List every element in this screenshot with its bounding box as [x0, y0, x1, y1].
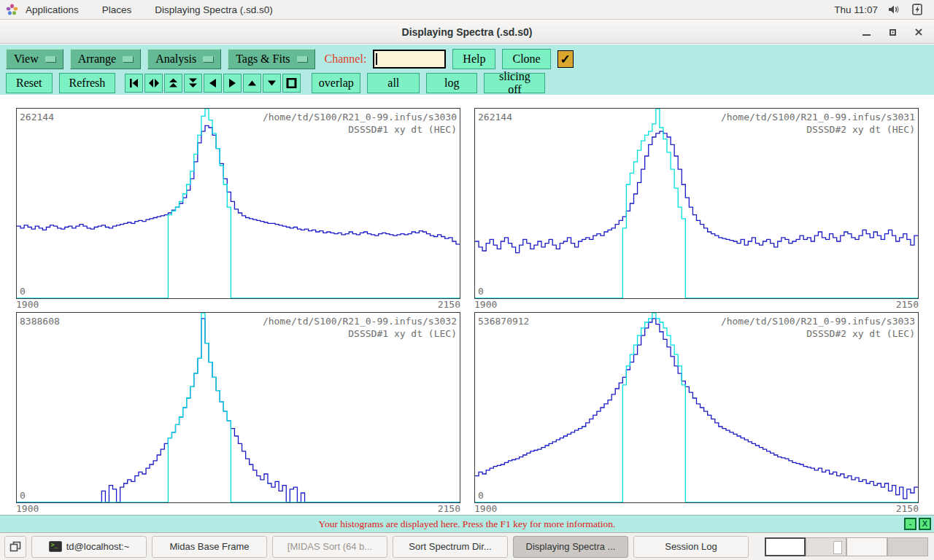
close-icon [914, 28, 923, 36]
text-caret [376, 53, 377, 65]
left-triangle-icon [208, 78, 217, 88]
scale-up-fast-button[interactable] [164, 74, 182, 93]
plot-detector-label: DSSSD#2 xy dt (LEC) [721, 327, 915, 340]
plot-detector-label: DSSSD#2 xy dt (HEC) [721, 123, 915, 136]
desktop-top-panel: Applications Places Displaying Spectra (… [0, 0, 934, 20]
taskbar-item-midas-sort[interactable]: [MIDAS Sort (64 b... [272, 536, 387, 558]
scale-up-button[interactable] [243, 74, 261, 93]
right-triangle-icon [228, 78, 237, 88]
plot-ymax-label: 262144 [478, 111, 512, 123]
expand-horizontal-button[interactable] [144, 74, 163, 93]
all-button[interactable]: all [367, 73, 420, 93]
full-view-button[interactable] [282, 74, 301, 93]
workspace-1[interactable] [765, 537, 806, 556]
plot-ymin-label: 0 [478, 489, 484, 502]
reset-button[interactable]: Reset [6, 73, 53, 93]
spectrum-plot-s3030[interactable]: 262144 /home/td/S100/R21_0-99.infus/s303… [16, 108, 460, 299]
histogram-display-area: 262144 /home/td/S100/R21_0-99.infus/s303… [0, 95, 934, 515]
spectrum-plot-s3033[interactable]: 536870912 /home/td/S100/R21_0-99.infus/s… [474, 312, 919, 503]
x-axis-labels: 1900 2150 [474, 503, 919, 516]
taskbar-item-terminal[interactable]: >_ td@localhost:~ [31, 536, 147, 558]
x-min-label: 1900 [474, 299, 497, 311]
scroll-right-button[interactable] [223, 74, 242, 93]
applications-menu-icon [6, 4, 18, 16]
overlap-button[interactable]: overlap [312, 73, 360, 93]
messagebar-minimize-button[interactable]: - [904, 518, 916, 530]
plot-title: /home/td/S100/R21_0-99.infus/s3033 DSSSD… [721, 315, 915, 340]
jump-to-start-button[interactable] [125, 74, 143, 93]
battery-icon[interactable] [911, 4, 924, 15]
arrange-menu-button[interactable]: Arrange [70, 49, 141, 69]
scale-down-fast-button[interactable] [184, 74, 202, 93]
x-max-label: 2150 [896, 503, 919, 516]
taskbar-item-label: Midas Base Frame [169, 541, 249, 552]
slicing-button[interactable]: slicing off [484, 73, 545, 93]
channel-checkbox[interactable]: ✓ [557, 50, 574, 68]
taskbar-item-sort-spectrum[interactable]: Sort Spectrum Dir... [393, 536, 508, 558]
log-button[interactable]: log [426, 73, 477, 93]
plot-ymin-label: 0 [478, 285, 484, 298]
plot-source-path: /home/td/S100/R21_0-99.infus/s3033 [721, 315, 915, 327]
taskbar: >_ td@localhost:~ Midas Base Frame [MIDA… [0, 532, 934, 560]
close-button[interactable] [911, 24, 927, 40]
tags-fits-menu-button[interactable]: Tags & Fits [228, 49, 314, 69]
help-button[interactable]: Help [452, 49, 495, 69]
plot-detector-label: DSSSD#1 xy dt (LEC) [263, 327, 457, 340]
channel-label: Channel: [325, 52, 367, 66]
channel-input[interactable] [373, 50, 446, 69]
workspace-3[interactable] [846, 537, 887, 556]
maximize-icon [889, 29, 896, 36]
taskbar-item-displaying-spectra[interactable]: Displaying Spectra ... [513, 536, 628, 558]
spectrum-plot-s3031[interactable]: 262144 /home/td/S100/R21_0-99.infus/s303… [474, 108, 919, 299]
scroll-left-button[interactable] [204, 74, 222, 93]
taskbar-item-midas-base-frame[interactable]: Midas Base Frame [152, 536, 267, 558]
windows-icon [9, 541, 21, 552]
active-app-menu[interactable]: Displaying Spectra (.sd.s0) [146, 0, 281, 20]
x-axis-labels: 1900 2150 [474, 299, 919, 311]
show-desktop-button[interactable] [4, 536, 26, 558]
double-up-triangles-icon [168, 78, 179, 88]
maximize-button[interactable] [884, 24, 900, 40]
workspace-2[interactable] [806, 537, 846, 556]
down-triangle-icon [266, 79, 277, 88]
workspace-switcher [765, 537, 928, 556]
messagebar-close-button[interactable]: X [919, 518, 931, 530]
bar-left-triangle-icon [128, 78, 139, 88]
spectrum-plot-s3032[interactable]: 8388608 /home/td/S100/R21_0-99.infus/s30… [16, 312, 460, 503]
places-menu[interactable]: Places [93, 0, 141, 20]
scale-down-button[interactable] [263, 74, 281, 93]
minimize-button[interactable] [858, 24, 874, 40]
x-min-label: 1900 [16, 503, 39, 516]
analysis-menu-label: Analysis [155, 52, 196, 66]
window-title: Displaying Spectra (.sd.s0) [402, 26, 533, 38]
plot-title: /home/td/S100/R21_0-99.infus/s3031 DSSSD… [721, 111, 915, 136]
x-min-label: 1900 [16, 299, 39, 311]
tags-fits-menu-label: Tags & Fits [236, 52, 290, 66]
menu-indicator-icon [203, 56, 213, 62]
analysis-menu-button[interactable]: Analysis [147, 49, 221, 69]
clock[interactable]: Thu 11:07 [834, 4, 878, 15]
volume-icon[interactable] [888, 4, 901, 15]
refresh-button[interactable]: Refresh [59, 73, 116, 93]
minimize-icon [862, 34, 871, 36]
status-message: Your histograms are displayed here. Pres… [319, 518, 616, 530]
taskbar-item-label: td@localhost:~ [66, 541, 130, 552]
spectrum-curve-s3031 [475, 109, 918, 298]
menu-indicator-icon [123, 56, 133, 62]
view-menu-button[interactable]: View [6, 49, 63, 69]
workspace-4[interactable] [887, 537, 928, 556]
taskbar-item-session-log[interactable]: Session Log [633, 536, 749, 558]
plot-ymax-label: 8388608 [20, 315, 60, 327]
plot-ymax-label: 262144 [20, 111, 54, 123]
menu-indicator-icon [45, 56, 55, 62]
applications-menu[interactable]: Applications [24, 0, 88, 20]
spectrum-curve-s3032 [17, 313, 460, 502]
x-axis-labels: 1900 2150 [16, 503, 460, 516]
menu-indicator-icon [297, 56, 307, 62]
plot-source-path: /home/td/S100/R21_0-99.infus/s3031 [721, 111, 915, 123]
left-right-triangles-icon [148, 78, 160, 88]
app-toolbar: View Arrange Analysis Tags & Fits Channe… [0, 44, 934, 95]
x-max-label: 2150 [438, 503, 460, 516]
plot-ymin-label: 0 [20, 489, 26, 502]
clone-button[interactable]: Clone [502, 49, 550, 69]
